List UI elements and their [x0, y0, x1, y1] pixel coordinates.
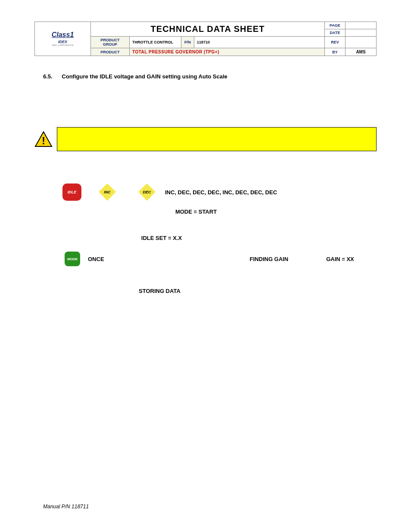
warning-icon: ! [34, 131, 53, 147]
finding-gain: FINDING GAIN [250, 256, 289, 262]
warning-box [57, 127, 377, 151]
label-product: PRODUCT [91, 48, 130, 56]
section-title: Configure the IDLE voltage and GAIN sett… [62, 73, 227, 80]
label-by: BY [325, 48, 346, 56]
label-product-group: PRODUCT GROUP [91, 37, 130, 48]
idle-set: IDLE SET = X.X [97, 235, 226, 241]
mode-row: MODE ONCE FINDING GAIN GAIN = XX [34, 252, 377, 266]
logo-class1: Class1 [37, 31, 88, 39]
value-pn: 118710 [194, 37, 325, 48]
logo-sub: IDEX CORPORATION [37, 44, 88, 47]
mode-start: MODE = START [97, 208, 295, 215]
header-table: Class1 IDEX IDEX CORPORATION TECHNICAL D… [34, 22, 377, 56]
buttons-row: IDLE INC DEC INC, DEC, DEC, DEC, INC, DE… [34, 184, 377, 201]
value-rev [346, 37, 377, 48]
section-number: 6.5. [43, 73, 53, 80]
label-rev: REV [325, 37, 346, 48]
sequence-text: INC, DEC, DEC, DEC, INC, DEC, DEC, DEC [165, 189, 277, 196]
logo-idex: IDEX [37, 40, 88, 44]
idle-button: IDLE [62, 184, 81, 201]
value-throttle: THROTTLE CONTROL [130, 37, 181, 48]
doc-title: TECHNICAL DATA SHEET [91, 22, 325, 37]
label-page: PAGE [325, 22, 346, 29]
label-pn: P/N [181, 37, 194, 48]
warning-row: ! [34, 127, 377, 151]
value-page [346, 22, 377, 29]
inc-button: INC [99, 184, 116, 201]
storing-data: STORING DATA [139, 288, 377, 294]
section-heading: 6.5. Configure the IDLE voltage and GAIN… [34, 73, 377, 80]
mode-button: MODE [65, 252, 80, 266]
footer-manual: Manual P/N 118711 [43, 504, 89, 510]
value-by: AMS [346, 48, 377, 56]
label-date: DATE [325, 29, 346, 37]
value-product: TOTAL PRESSURE GOVERNOR (TPG+) [130, 48, 325, 56]
once-label: ONCE [88, 256, 104, 262]
logo-cell: Class1 IDEX IDEX CORPORATION [35, 22, 91, 56]
value-date [346, 29, 377, 37]
svg-text:!: ! [42, 135, 45, 146]
dec-button: DEC [138, 184, 156, 201]
gain-value: GAIN = XX [326, 256, 354, 262]
